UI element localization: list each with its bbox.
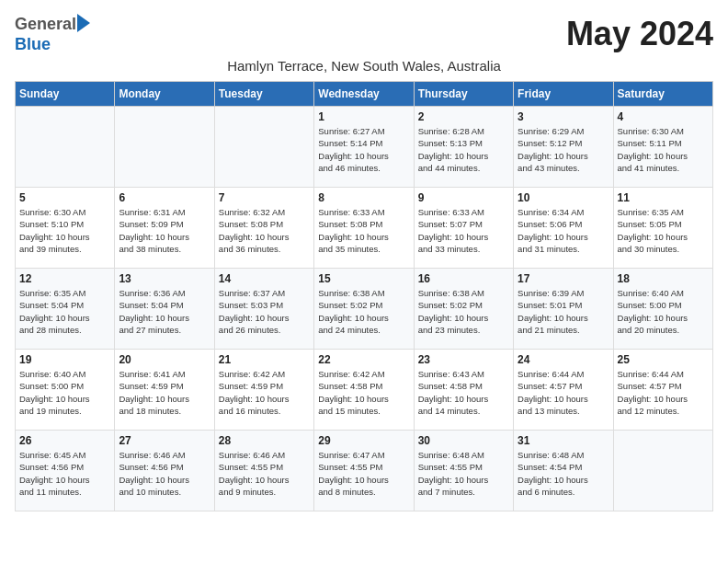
calendar-cell: 30Sunrise: 6:48 AM Sunset: 4:55 PM Dayli…: [414, 431, 513, 511]
header-monday: Monday: [115, 82, 214, 107]
calendar-cell: 20Sunrise: 6:41 AM Sunset: 4:59 PM Dayli…: [115, 350, 214, 431]
calendar-week-2: 5Sunrise: 6:30 AM Sunset: 5:10 PM Daylig…: [16, 188, 713, 269]
calendar-cell: 11Sunrise: 6:35 AM Sunset: 5:05 PM Dayli…: [613, 188, 712, 269]
day-info: Sunrise: 6:28 AM Sunset: 5:13 PM Dayligh…: [418, 125, 509, 174]
day-number: 17: [518, 272, 609, 285]
calendar-cell: 19Sunrise: 6:40 AM Sunset: 5:00 PM Dayli…: [16, 350, 115, 431]
day-info: Sunrise: 6:46 AM Sunset: 4:55 PM Dayligh…: [219, 449, 310, 498]
day-info: Sunrise: 6:39 AM Sunset: 5:01 PM Dayligh…: [518, 287, 609, 336]
calendar-cell: [16, 107, 115, 188]
header-sunday: Sunday: [16, 82, 115, 107]
calendar-cell: 31Sunrise: 6:48 AM Sunset: 4:54 PM Dayli…: [514, 431, 613, 511]
day-number: 11: [618, 191, 709, 204]
calendar-cell: 9Sunrise: 6:33 AM Sunset: 5:07 PM Daylig…: [414, 188, 513, 269]
day-info: Sunrise: 6:42 AM Sunset: 4:58 PM Dayligh…: [318, 368, 409, 417]
day-info: Sunrise: 6:45 AM Sunset: 4:56 PM Dayligh…: [19, 449, 110, 498]
day-number: 15: [318, 272, 409, 285]
day-info: Sunrise: 6:42 AM Sunset: 4:59 PM Dayligh…: [219, 368, 310, 417]
calendar-cell: 1Sunrise: 6:27 AM Sunset: 5:14 PM Daylig…: [314, 107, 414, 188]
logo-general: General: [15, 15, 76, 33]
day-info: Sunrise: 6:33 AM Sunset: 5:08 PM Dayligh…: [318, 206, 409, 255]
day-info: Sunrise: 6:35 AM Sunset: 5:05 PM Dayligh…: [618, 206, 709, 255]
day-info: Sunrise: 6:46 AM Sunset: 4:56 PM Dayligh…: [119, 449, 210, 498]
header-friday: Friday: [514, 82, 613, 107]
calendar-cell: 12Sunrise: 6:35 AM Sunset: 5:04 PM Dayli…: [16, 269, 115, 350]
calendar-cell: 18Sunrise: 6:40 AM Sunset: 5:00 PM Dayli…: [613, 269, 712, 350]
day-number: 14: [219, 272, 310, 285]
day-info: Sunrise: 6:27 AM Sunset: 5:14 PM Dayligh…: [318, 125, 409, 174]
day-info: Sunrise: 6:38 AM Sunset: 5:02 PM Dayligh…: [318, 287, 409, 336]
calendar-cell: 13Sunrise: 6:36 AM Sunset: 5:04 PM Dayli…: [115, 269, 214, 350]
day-info: Sunrise: 6:33 AM Sunset: 5:07 PM Dayligh…: [418, 206, 509, 255]
day-number: 13: [119, 272, 210, 285]
day-number: 1: [318, 110, 409, 123]
calendar-cell: 10Sunrise: 6:34 AM Sunset: 5:06 PM Dayli…: [514, 188, 613, 269]
day-info: Sunrise: 6:44 AM Sunset: 4:57 PM Dayligh…: [518, 368, 609, 417]
calendar-cell: 4Sunrise: 6:30 AM Sunset: 5:11 PM Daylig…: [613, 107, 712, 188]
day-info: Sunrise: 6:31 AM Sunset: 5:09 PM Dayligh…: [119, 206, 210, 255]
calendar-table: SundayMondayTuesdayWednesdayThursdayFrid…: [15, 81, 713, 511]
day-number: 27: [119, 434, 210, 447]
day-number: 21: [219, 353, 310, 366]
calendar-body: 1Sunrise: 6:27 AM Sunset: 5:14 PM Daylig…: [16, 107, 713, 511]
calendar-week-1: 1Sunrise: 6:27 AM Sunset: 5:14 PM Daylig…: [16, 107, 713, 188]
day-info: Sunrise: 6:34 AM Sunset: 5:06 PM Dayligh…: [518, 206, 609, 255]
logo: General Blue: [15, 15, 90, 54]
calendar-cell: [214, 107, 313, 188]
day-number: 28: [219, 434, 310, 447]
day-info: Sunrise: 6:35 AM Sunset: 5:04 PM Dayligh…: [19, 287, 110, 336]
calendar-cell: 2Sunrise: 6:28 AM Sunset: 5:13 PM Daylig…: [414, 107, 513, 188]
calendar-cell: 6Sunrise: 6:31 AM Sunset: 5:09 PM Daylig…: [115, 188, 214, 269]
day-number: 26: [19, 434, 110, 447]
calendar-cell: 23Sunrise: 6:43 AM Sunset: 4:58 PM Dayli…: [414, 350, 513, 431]
day-number: 20: [119, 353, 210, 366]
calendar-cell: 5Sunrise: 6:30 AM Sunset: 5:10 PM Daylig…: [16, 188, 115, 269]
day-info: Sunrise: 6:41 AM Sunset: 4:59 PM Dayligh…: [119, 368, 210, 417]
calendar-week-4: 19Sunrise: 6:40 AM Sunset: 5:00 PM Dayli…: [16, 350, 713, 431]
day-number: 30: [418, 434, 509, 447]
day-info: Sunrise: 6:36 AM Sunset: 5:04 PM Dayligh…: [119, 287, 210, 336]
calendar-cell: 15Sunrise: 6:38 AM Sunset: 5:02 PM Dayli…: [314, 269, 414, 350]
day-info: Sunrise: 6:40 AM Sunset: 5:00 PM Dayligh…: [618, 287, 709, 336]
month-title: May 2024: [566, 15, 713, 53]
calendar-cell: 8Sunrise: 6:33 AM Sunset: 5:08 PM Daylig…: [314, 188, 414, 269]
calendar-cell: 17Sunrise: 6:39 AM Sunset: 5:01 PM Dayli…: [514, 269, 613, 350]
day-info: Sunrise: 6:48 AM Sunset: 4:54 PM Dayligh…: [518, 449, 609, 498]
day-number: 31: [518, 434, 609, 447]
calendar-week-5: 26Sunrise: 6:45 AM Sunset: 4:56 PM Dayli…: [16, 431, 713, 511]
logo-arrow-icon: [77, 14, 90, 32]
day-number: 7: [219, 191, 310, 204]
day-number: 5: [19, 191, 110, 204]
day-number: 22: [318, 353, 409, 366]
day-number: 25: [618, 353, 709, 366]
location-title: Hamlyn Terrace, New South Wales, Austral…: [15, 58, 713, 74]
day-info: Sunrise: 6:37 AM Sunset: 5:03 PM Dayligh…: [219, 287, 310, 336]
calendar-week-3: 12Sunrise: 6:35 AM Sunset: 5:04 PM Dayli…: [16, 269, 713, 350]
day-number: 3: [518, 110, 609, 123]
day-number: 8: [318, 191, 409, 204]
calendar-cell: 28Sunrise: 6:46 AM Sunset: 4:55 PM Dayli…: [214, 431, 313, 511]
day-info: Sunrise: 6:43 AM Sunset: 4:58 PM Dayligh…: [418, 368, 509, 417]
day-info: Sunrise: 6:47 AM Sunset: 4:55 PM Dayligh…: [318, 449, 409, 498]
calendar-header-row: SundayMondayTuesdayWednesdayThursdayFrid…: [16, 82, 713, 107]
day-info: Sunrise: 6:30 AM Sunset: 5:11 PM Dayligh…: [618, 125, 709, 174]
calendar-cell: [115, 107, 214, 188]
calendar-cell: 3Sunrise: 6:29 AM Sunset: 5:12 PM Daylig…: [514, 107, 613, 188]
calendar-cell: 14Sunrise: 6:37 AM Sunset: 5:03 PM Dayli…: [214, 269, 313, 350]
day-number: 12: [19, 272, 110, 285]
header-thursday: Thursday: [414, 82, 513, 107]
calendar-cell: 16Sunrise: 6:38 AM Sunset: 5:02 PM Dayli…: [414, 269, 513, 350]
day-number: 24: [518, 353, 609, 366]
day-info: Sunrise: 6:29 AM Sunset: 5:12 PM Dayligh…: [518, 125, 609, 174]
day-number: 19: [19, 353, 110, 366]
header-tuesday: Tuesday: [214, 82, 313, 107]
calendar-cell: 21Sunrise: 6:42 AM Sunset: 4:59 PM Dayli…: [214, 350, 313, 431]
day-info: Sunrise: 6:30 AM Sunset: 5:10 PM Dayligh…: [19, 206, 110, 255]
calendar-cell: 24Sunrise: 6:44 AM Sunset: 4:57 PM Dayli…: [514, 350, 613, 431]
day-number: 18: [618, 272, 709, 285]
calendar-cell: 25Sunrise: 6:44 AM Sunset: 4:57 PM Dayli…: [613, 350, 712, 431]
day-number: 10: [518, 191, 609, 204]
day-number: 23: [418, 353, 509, 366]
day-info: Sunrise: 6:44 AM Sunset: 4:57 PM Dayligh…: [618, 368, 709, 417]
calendar-cell: [613, 431, 712, 511]
